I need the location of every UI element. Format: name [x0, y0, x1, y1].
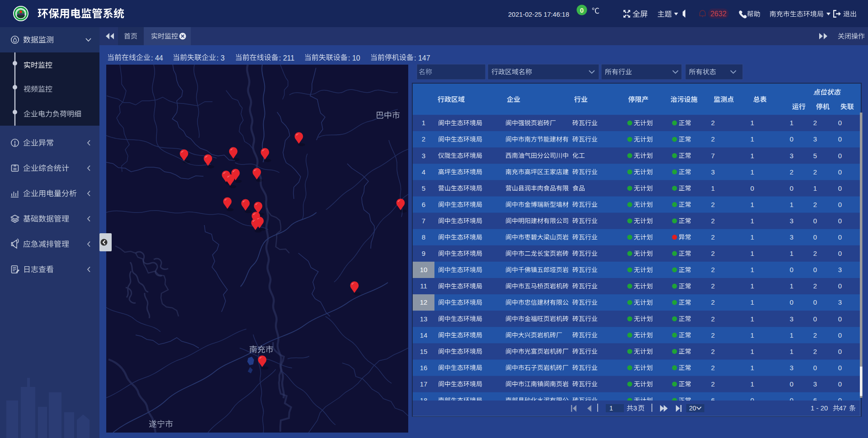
svg-text:4: 4	[422, 168, 425, 176]
svg-text:0: 0	[838, 168, 842, 176]
svg-text:1: 1	[790, 201, 793, 208]
svg-text:2021-02-25 17:46:18: 2021-02-25 17:46:18	[508, 10, 569, 18]
svg-text:2: 2	[711, 266, 715, 273]
svg-text:9: 9	[422, 250, 425, 257]
svg-text:0: 0	[838, 331, 842, 339]
svg-text:20: 20	[689, 405, 696, 412]
svg-text:1: 1	[750, 250, 754, 257]
svg-text:0: 0	[838, 233, 842, 241]
svg-text:1: 1	[790, 250, 793, 257]
svg-text:16: 16	[420, 364, 428, 372]
svg-text:0: 0	[813, 266, 817, 273]
svg-text:0: 0	[790, 298, 793, 306]
svg-text:8: 8	[422, 233, 425, 241]
svg-text:1: 1	[750, 168, 754, 176]
svg-text:0: 0	[813, 315, 817, 323]
svg-text:0: 0	[813, 233, 817, 241]
svg-text:3: 3	[790, 233, 793, 241]
svg-text:2: 2	[813, 250, 817, 257]
svg-text:13: 13	[420, 315, 428, 323]
svg-text:0: 0	[838, 184, 842, 192]
svg-text:2: 2	[711, 201, 715, 208]
svg-text:0: 0	[790, 380, 793, 388]
svg-text:15: 15	[420, 348, 428, 355]
svg-text:10: 10	[420, 266, 428, 273]
svg-text:0: 0	[813, 298, 817, 306]
svg-text:1: 1	[750, 152, 754, 160]
svg-text:2: 2	[711, 282, 715, 290]
svg-text:0: 0	[838, 282, 842, 290]
svg-text:2: 2	[813, 201, 817, 208]
svg-text:0: 0	[813, 364, 817, 372]
svg-text:3: 3	[790, 217, 793, 225]
svg-text:2: 2	[813, 348, 817, 355]
svg-text:2: 2	[711, 348, 715, 355]
svg-text:1: 1	[750, 331, 754, 339]
svg-text:3: 3	[790, 315, 793, 323]
svg-text:1: 1	[750, 282, 754, 290]
svg-text:3: 3	[422, 152, 425, 160]
svg-text:2: 2	[711, 233, 715, 241]
svg-text:1: 1	[750, 266, 754, 273]
svg-text:1: 1	[750, 217, 754, 225]
svg-text:14: 14	[420, 331, 428, 339]
svg-text:11: 11	[420, 282, 427, 290]
svg-text:0: 0	[813, 217, 817, 225]
svg-text:17: 17	[420, 380, 428, 388]
svg-text:: 44: : 44	[151, 54, 163, 62]
svg-text:1: 1	[790, 348, 793, 355]
svg-text:3: 3	[790, 152, 793, 160]
svg-text:7: 7	[711, 152, 715, 160]
svg-text:3: 3	[633, 404, 637, 412]
svg-text:: 211: : 211	[279, 54, 295, 62]
svg-text:3: 3	[838, 266, 842, 273]
svg-text:2632: 2632	[710, 10, 726, 18]
svg-text:0: 0	[580, 6, 584, 14]
svg-text:0: 0	[838, 152, 842, 160]
svg-text:1: 1	[750, 348, 754, 355]
svg-text:0: 0	[838, 135, 842, 143]
svg-text:0: 0	[838, 119, 842, 127]
svg-text:0: 0	[838, 201, 842, 208]
svg-text:1: 1	[750, 135, 754, 143]
svg-text:1: 1	[790, 119, 793, 127]
svg-text:1: 1	[750, 201, 754, 208]
svg-text:0: 0	[750, 184, 754, 192]
svg-text:3: 3	[711, 168, 715, 176]
svg-text:0: 0	[790, 135, 793, 143]
svg-text:1: 1	[750, 119, 754, 127]
svg-text:2: 2	[813, 331, 817, 339]
svg-text:1: 1	[750, 233, 754, 241]
svg-text:6: 6	[422, 201, 425, 208]
svg-text:3: 3	[813, 135, 817, 143]
svg-text:2: 2	[711, 119, 715, 127]
svg-text:: 147: : 147	[414, 54, 430, 62]
svg-text:1: 1	[750, 380, 754, 388]
svg-text:2: 2	[711, 331, 715, 339]
svg-text:1: 1	[711, 184, 715, 192]
svg-text:1: 1	[790, 331, 793, 339]
svg-text:2: 2	[813, 119, 817, 127]
svg-text:0: 0	[838, 348, 842, 355]
svg-text:2: 2	[813, 168, 817, 176]
svg-text:2: 2	[790, 168, 793, 176]
svg-text:0: 0	[838, 250, 842, 257]
svg-text:12: 12	[420, 298, 428, 306]
svg-text:0: 0	[790, 184, 793, 192]
svg-text:: 3: : 3	[217, 54, 225, 62]
svg-text:0: 0	[838, 315, 842, 323]
svg-text:: 10: : 10	[348, 54, 360, 62]
svg-text:2: 2	[711, 380, 715, 388]
svg-text:5: 5	[813, 152, 817, 160]
svg-text:3: 3	[813, 380, 817, 388]
svg-text:3: 3	[790, 364, 793, 372]
svg-text:1: 1	[422, 119, 425, 127]
svg-text:2: 2	[711, 364, 715, 372]
svg-text:47: 47	[839, 404, 847, 412]
svg-text:7: 7	[422, 217, 425, 225]
svg-text:0: 0	[838, 217, 842, 225]
svg-text:2: 2	[711, 135, 715, 143]
svg-text:5: 5	[422, 184, 425, 192]
svg-text:3: 3	[838, 298, 842, 306]
svg-text:2: 2	[711, 250, 715, 257]
